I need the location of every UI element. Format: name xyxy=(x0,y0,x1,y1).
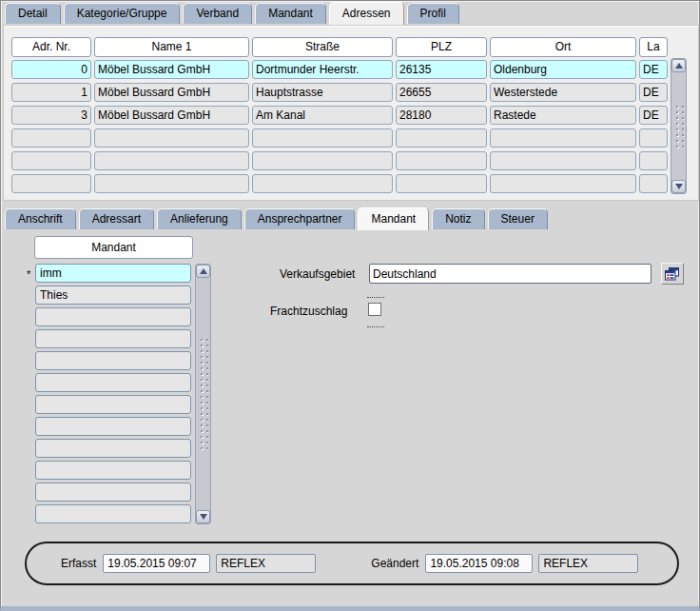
cell-plz[interactable]: 26655 xyxy=(396,83,487,102)
verkaufsgebiet-label: Verkaufsgebiet xyxy=(280,267,355,281)
tab-mandant-main[interactable]: Mandant xyxy=(255,3,326,24)
mandant-list-header: Mandant xyxy=(34,236,193,259)
cell-name1[interactable] xyxy=(94,151,249,170)
geaendert-datetime-field: 19.05.2015 09:08 xyxy=(425,554,533,573)
sub-tabbar: Anschrift Adressart Anlieferung Ansprech… xyxy=(3,207,697,229)
tab-ansprechpartner[interactable]: Ansprechpartner xyxy=(244,208,356,229)
tab-verband[interactable]: Verband xyxy=(183,3,252,24)
cell-ort[interactable] xyxy=(490,174,636,193)
erfasst-user-field: REFLEX xyxy=(216,554,316,573)
tab-detail[interactable]: Detail xyxy=(5,3,61,24)
scrollbar-grip[interactable] xyxy=(199,337,208,451)
cell-name1[interactable]: Möbel Bussard GmbH xyxy=(94,60,249,79)
mandant-list-item[interactable] xyxy=(35,373,191,392)
cell-name1[interactable] xyxy=(94,128,249,148)
scroll-up-button[interactable] xyxy=(671,59,686,72)
cell-adr-nr[interactable] xyxy=(11,128,91,148)
tab-adressart[interactable]: Adressart xyxy=(79,208,154,229)
table-row[interactable] xyxy=(11,174,671,193)
cell-adr-nr[interactable]: 0 xyxy=(11,60,91,79)
cell-strasse[interactable]: Hauptstrasse xyxy=(252,83,393,102)
mandant-list-item[interactable]: Thies xyxy=(35,286,191,305)
cell-plz[interactable] xyxy=(396,174,487,193)
scroll-up-icon xyxy=(200,268,207,274)
list-of-values-button[interactable] xyxy=(661,263,684,285)
table-row[interactable]: 1 Möbel Bussard GmbH Hauptstrasse 26655 … xyxy=(11,83,671,102)
scroll-up-icon xyxy=(675,63,683,69)
geaendert-label: Geändert xyxy=(371,557,418,570)
mandant-list-item[interactable] xyxy=(35,395,191,414)
tab-anlieferung[interactable]: Anlieferung xyxy=(157,208,242,229)
scroll-down-button[interactable] xyxy=(196,510,210,523)
column-header-adr-nr: Adr. Nr. xyxy=(11,37,91,57)
cell-name1[interactable]: Möbel Bussard GmbH xyxy=(94,106,249,125)
cell-adr-nr[interactable] xyxy=(11,151,91,170)
mandant-list-item[interactable]: imm xyxy=(35,264,191,283)
frachtzuschlag-focus-outline xyxy=(367,297,386,324)
cell-land[interactable]: DE xyxy=(639,83,668,102)
mandant-list-item[interactable] xyxy=(35,461,191,480)
cell-name1[interactable]: Möbel Bussard GmbH xyxy=(94,83,249,102)
cell-land[interactable]: DE xyxy=(639,60,668,79)
column-header-land: La xyxy=(639,37,668,57)
cell-strasse[interactable] xyxy=(252,128,393,148)
cell-ort[interactable]: Rastede xyxy=(490,106,636,125)
main-tabbar: Detail Kategorie/Gruppe Verband Mandant … xyxy=(3,2,697,24)
table-row[interactable]: 3 Möbel Bussard GmbH Am Kanal 28180 Rast… xyxy=(11,106,671,125)
mandant-list-item[interactable] xyxy=(35,483,191,502)
cell-plz[interactable] xyxy=(396,128,487,148)
tab-kategorie-gruppe[interactable]: Kategorie/Gruppe xyxy=(64,3,181,24)
scrollbar-grip[interactable] xyxy=(674,104,684,149)
application-window: Detail Kategorie/Gruppe Verband Mandant … xyxy=(0,0,700,611)
erfasst-label: Erfasst xyxy=(61,557,96,570)
geaendert-user-field: REFLEX xyxy=(538,554,638,573)
cell-adr-nr[interactable]: 3 xyxy=(11,106,91,125)
address-table-panel: Adr. Nr. Name 1 Straße PLZ Ort La 0 Möbe… xyxy=(3,25,699,201)
verkaufsgebiet-input[interactable] xyxy=(369,264,651,284)
erfasst-datetime-field: 19.05.2015 09:07 xyxy=(103,554,210,573)
scroll-up-button[interactable] xyxy=(196,265,210,278)
mandant-list-item[interactable] xyxy=(35,329,191,348)
cell-land[interactable] xyxy=(639,151,668,170)
cell-plz[interactable]: 26135 xyxy=(396,60,487,79)
cell-ort[interactable]: Westerstede xyxy=(490,83,636,102)
cell-adr-nr[interactable] xyxy=(11,174,91,193)
cell-plz[interactable]: 28180 xyxy=(396,106,487,125)
mandant-list-item[interactable] xyxy=(35,504,191,523)
cell-name1[interactable] xyxy=(94,174,249,193)
cell-strasse[interactable] xyxy=(252,151,393,170)
mandant-list-item[interactable] xyxy=(35,307,191,326)
cell-strasse[interactable] xyxy=(252,174,393,193)
cell-strasse[interactable]: Dortmunder Heerstr. xyxy=(252,60,393,79)
cell-land[interactable]: DE xyxy=(639,106,668,125)
required-marker: * xyxy=(27,268,30,280)
mandant-list-item[interactable] xyxy=(35,417,191,436)
tab-steuer[interactable]: Steuer xyxy=(488,208,548,229)
mandant-list-item[interactable] xyxy=(35,351,191,370)
cell-ort[interactable] xyxy=(490,151,636,170)
tab-adressen[interactable]: Adressen xyxy=(329,2,404,25)
frachtzuschlag-checkbox[interactable] xyxy=(368,303,381,316)
table-row[interactable]: 0 Möbel Bussard GmbH Dortmunder Heerstr.… xyxy=(11,60,671,79)
tab-mandant-sub[interactable]: Mandant xyxy=(358,207,429,230)
cell-adr-nr[interactable]: 1 xyxy=(11,83,91,102)
scroll-down-button[interactable] xyxy=(671,180,686,193)
frachtzuschlag-label: Frachtzuschlag xyxy=(270,305,347,318)
table-row[interactable] xyxy=(11,128,671,148)
table-scrollbar[interactable] xyxy=(671,58,687,194)
column-header-ort: Ort xyxy=(490,37,636,57)
mandant-list-item[interactable] xyxy=(35,439,191,458)
tab-profil[interactable]: Profil xyxy=(407,3,459,24)
table-row[interactable] xyxy=(11,151,671,170)
cell-ort[interactable]: Oldenburg xyxy=(490,60,636,79)
cell-plz[interactable] xyxy=(396,151,487,170)
tab-notiz[interactable]: Notiz xyxy=(432,208,484,229)
tab-anschrift[interactable]: Anschrift xyxy=(5,208,76,229)
cell-land[interactable] xyxy=(639,174,668,193)
cell-ort[interactable] xyxy=(490,128,636,148)
address-table-header: Adr. Nr. Name 1 Straße PLZ Ort La xyxy=(11,37,671,57)
scroll-down-icon xyxy=(675,184,683,189)
cell-land[interactable] xyxy=(639,128,668,148)
mandant-list-scrollbar[interactable] xyxy=(195,264,211,524)
cell-strasse[interactable]: Am Kanal xyxy=(252,106,393,125)
